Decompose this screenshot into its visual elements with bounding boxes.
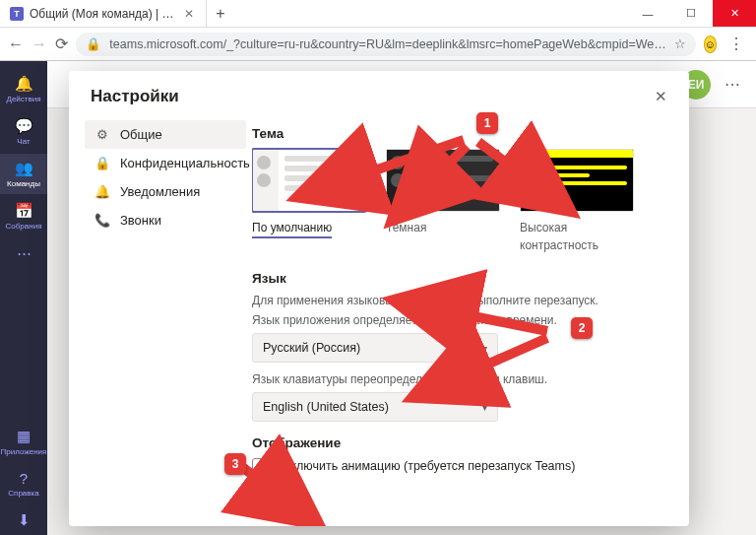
window-controls: — ☐ ✕ [626,0,756,27]
extension-icon[interactable]: ☺ [704,35,717,53]
lock-icon: 🔒 [94,156,110,170]
keyboard-language-select[interactable]: English (United States) ▾ [252,392,498,422]
minimize-button[interactable]: — [626,0,669,27]
rail-teams[interactable]: 👥 Команды [0,154,47,194]
annotation-badge-1: 1 [476,112,498,134]
nav-calls[interactable]: 📞 Звонки [85,206,246,234]
phone-icon: 📞 [94,213,110,228]
teams-icon: 👥 [15,160,33,177]
url-field[interactable]: 🔒 teams.microsoft.com/_?culture=ru-ru&co… [76,33,695,56]
settings-title: Настройки [91,87,179,106]
annotation-badge-3: 3 [224,453,246,475]
settings-close-button[interactable]: ✕ [655,88,667,105]
bell-outline-icon: 🔔 [94,184,110,199]
theme-dark-thumb [386,149,500,212]
nav-privacy[interactable]: 🔒 Конфиденциальность [85,149,246,177]
nav-general[interactable]: ⚙ Общие [85,120,246,149]
viewport: 🔔 Действия 💬 Чат 👥 Команды 📅 Собрания ⋯ … [0,61,756,535]
browser-menu-button[interactable]: ⋮ [724,34,748,53]
teams-favicon: T [10,7,24,21]
settings-modal: Настройки ✕ ⚙ Общие 🔒 Конфиденциальность… [69,71,689,526]
forward-button: → [32,33,47,56]
tab-title: Общий (Моя команда) | Micros… [30,7,176,21]
rail-activity[interactable]: 🔔 Действия [0,69,47,109]
settings-content[interactable]: Тема По умолчанию Темн [252,116,689,526]
browser-address-bar: ← → ⟳ 🔒 teams.microsoft.com/_?culture=ru… [0,28,756,61]
disable-animation-checkbox[interactable] [252,458,268,474]
rail-more[interactable]: ⋯ [0,238,47,268]
disable-animation-row[interactable]: Отключить анимацию (требуется перезапуск… [252,458,667,474]
rail-download[interactable]: ⬇ [0,505,47,535]
calendar-icon: 📅 [15,202,33,220]
theme-default-thumb [252,149,366,212]
app-language-hint: Язык приложения определяет формат даты и… [252,313,667,327]
keyboard-language-hint: Язык клавиатуры переопределяет сочетания… [252,372,667,386]
chat-icon: 💬 [15,117,33,135]
apps-icon: ▦ [17,428,31,445]
theme-default[interactable]: По умолчанию [252,149,366,253]
gear-icon: ⚙ [94,127,110,142]
rail-help[interactable]: ? Справка [0,464,47,503]
browser-titlebar: T Общий (Моя команда) | Micros… ✕ + — ☐ … [0,0,756,28]
more-icon: ⋯ [17,244,32,262]
annotation-badge-2: 2 [571,317,593,339]
url-text: teams.microsoft.com/_?culture=ru-ru&coun… [109,37,665,51]
maximize-button[interactable]: ☐ [669,0,713,27]
browser-tab[interactable]: T Общий (Моя команда) | Micros… ✕ [0,0,207,27]
new-tab-button[interactable]: + [207,0,234,27]
teams-left-rail: 🔔 Действия 💬 Чат 👥 Команды 📅 Собрания ⋯ … [0,61,47,535]
rail-apps[interactable]: ▦ Приложения [0,422,47,462]
back-button[interactable]: ← [8,33,24,56]
bookmark-star-icon[interactable]: ☆ [674,36,686,51]
tab-close-icon[interactable]: ✕ [182,7,196,21]
theme-options: По умолчанию Темная [252,149,667,253]
top-more-icon[interactable]: ⋯ [724,75,742,94]
close-window-button[interactable]: ✕ [713,0,756,27]
help-icon: ? [20,470,28,487]
theme-dark[interactable]: Темная [386,149,500,253]
display-section-title: Отображение [252,435,667,450]
rail-chat[interactable]: 💬 Чат [0,111,47,152]
rail-meetings[interactable]: 📅 Собрания [0,196,47,236]
reload-button[interactable]: ⟳ [55,33,68,56]
nav-notifications[interactable]: 🔔 Уведомления [85,177,246,206]
theme-hc-thumb [520,149,634,212]
app-language-select[interactable]: Русский (Россия) ▾ [252,333,498,363]
language-section-title: Язык [252,271,667,286]
chevron-down-icon: ▾ [482,402,487,413]
chevron-down-icon: ▾ [482,343,487,354]
language-restart-hint: Для применения языковых параметров выпол… [252,294,667,307]
download-icon: ⬇ [18,511,31,529]
lock-icon: 🔒 [86,36,101,51]
theme-high-contrast[interactable]: Высокая контрастность [520,149,634,253]
bell-icon: 🔔 [15,75,33,93]
theme-section-title: Тема [252,126,667,141]
